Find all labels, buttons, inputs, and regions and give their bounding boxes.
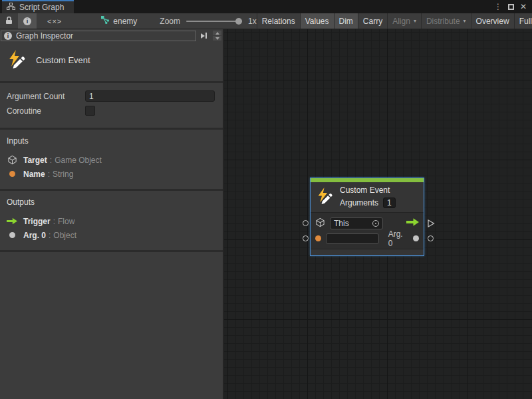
graph-canvas[interactable]: Custom Event Arguments 1 xyxy=(224,29,532,399)
port-row-trigger: Trigger : Flow xyxy=(7,214,216,228)
inputs-title: Inputs xyxy=(7,136,216,146)
main-area: i Graph Inspector xyxy=(0,29,532,399)
tab-title: Script Graph xyxy=(19,3,64,12)
graph-node-icon xyxy=(100,15,110,27)
lock-button[interactable] xyxy=(0,13,18,29)
name-input-port-icon[interactable] xyxy=(315,235,321,241)
maximize-icon[interactable] xyxy=(508,4,514,10)
zoom-value: 1x xyxy=(248,17,257,26)
coroutine-checkbox[interactable] xyxy=(85,106,95,116)
custom-event-icon xyxy=(316,187,334,207)
inspector-title-box: i Graph Inspector xyxy=(1,31,196,41)
align-button[interactable]: Align ▾ xyxy=(387,13,421,29)
triangle-down-icon xyxy=(215,37,219,40)
object-picker-icon[interactable] xyxy=(372,220,379,227)
carry-button[interactable]: Carry xyxy=(358,13,387,29)
zoom-label: Zoom xyxy=(160,17,180,26)
node-arguments-value[interactable]: 1 xyxy=(383,198,396,208)
outputs-section: Outputs Trigger : Flow Arg. 0 : Object xyxy=(0,191,223,252)
title-bar: Script Graph ⋮ ✕ xyxy=(0,0,532,13)
argument-count-row: Argument Count xyxy=(7,90,215,102)
toolbar-buttons: Relations Values Dim Carry Align ▾ Distr… xyxy=(257,13,532,29)
argument-count-label: Argument Count xyxy=(7,92,85,101)
custom-event-icon xyxy=(7,49,27,71)
trigger-output-connect-port[interactable] xyxy=(428,219,435,229)
object-port-icon xyxy=(7,232,17,238)
name-connect-port[interactable] xyxy=(303,235,309,241)
target-dropdown[interactable]: This xyxy=(330,217,383,229)
graph-inspector-panel: i Graph Inspector xyxy=(0,29,224,399)
info-icon: i xyxy=(23,17,31,25)
lock-icon xyxy=(5,16,13,27)
argument-count-input[interactable] xyxy=(85,90,215,102)
values-button[interactable]: Values xyxy=(300,13,334,29)
port-row-name: Name : String xyxy=(7,167,216,181)
script-graph-icon xyxy=(7,3,15,12)
spinner-down-button[interactable] xyxy=(213,36,221,41)
dim-button[interactable]: Dim xyxy=(334,13,358,29)
target-dropdown-value: This xyxy=(334,219,349,228)
name-value-input[interactable] xyxy=(326,233,379,244)
trigger-input-connect-port[interactable] xyxy=(303,220,309,226)
zoom-control: Zoom 1x xyxy=(160,13,256,29)
unit-title: Custom Event xyxy=(36,55,90,65)
graph-breadcrumb[interactable]: enemy xyxy=(100,13,137,29)
overview-button[interactable]: Overview xyxy=(471,13,514,29)
tab-script-graph[interactable]: Script Graph xyxy=(2,0,74,13)
value-port-icon xyxy=(7,171,17,177)
arg0-output-port-icon[interactable] xyxy=(413,235,419,241)
inspector-toggle-button[interactable]: i xyxy=(18,13,37,29)
game-object-port-icon xyxy=(7,155,17,165)
info-icon: i xyxy=(4,32,12,40)
distribute-button[interactable]: Distribute ▾ xyxy=(421,13,471,29)
inspector-header: i Graph Inspector xyxy=(0,29,223,42)
outputs-title: Outputs xyxy=(7,198,216,207)
dock-icon xyxy=(201,33,205,39)
node-title: Custom Event xyxy=(340,186,396,196)
relations-button[interactable]: Relations xyxy=(257,13,300,29)
code-icon: <×> xyxy=(47,17,62,25)
node-arguments-label: Arguments xyxy=(340,198,378,207)
code-view-button[interactable]: <×> xyxy=(37,13,72,29)
dock-panel-button[interactable] xyxy=(198,31,209,41)
chevron-down-icon: ▾ xyxy=(414,18,416,24)
panel-spinner xyxy=(213,31,221,41)
custom-event-node[interactable]: Custom Event Arguments 1 xyxy=(310,178,424,256)
unit-header: Custom Event xyxy=(0,42,223,83)
window-menu-icon[interactable]: ⋮ xyxy=(494,2,502,11)
chevron-down-icon: ▾ xyxy=(464,18,466,24)
coroutine-row: Coroutine xyxy=(7,104,215,117)
graph-toolbar: i <×> enemy Zoom 1x xyxy=(0,13,532,29)
titlebar-spacer xyxy=(74,0,494,13)
zoom-slider[interactable] xyxy=(186,21,242,22)
trigger-output-port-icon[interactable] xyxy=(406,218,419,228)
arg0-output-connect-port[interactable] xyxy=(428,235,434,241)
zoom-slider-knob[interactable] xyxy=(235,18,242,25)
node-body: This Arg. 0 xyxy=(311,212,424,249)
inputs-section: Inputs Target : Game Object Name : xyxy=(0,130,223,191)
full-screen-button[interactable]: Full Screen xyxy=(514,13,532,29)
inspector-title: Graph Inspector xyxy=(16,31,73,41)
inspector-empty-space xyxy=(0,252,223,399)
unit-fields: Argument Count Coroutine xyxy=(0,83,223,130)
breadcrumb-label: enemy xyxy=(113,17,137,26)
window-controls: ⋮ ✕ xyxy=(494,0,532,13)
node-header[interactable]: Custom Event Arguments 1 xyxy=(311,182,424,212)
node-arguments: Arguments 1 xyxy=(340,198,396,208)
spinner-up-button[interactable] xyxy=(213,31,221,35)
arg0-label: Arg. 0 xyxy=(388,229,409,248)
port-row-arg0: Arg. 0 : Object xyxy=(7,228,216,242)
port-row-target: Target : Game Object xyxy=(7,153,216,167)
close-icon[interactable]: ✕ xyxy=(520,2,527,11)
triangle-up-icon xyxy=(215,32,219,35)
coroutine-label: Coroutine xyxy=(7,106,85,116)
unity-visual-scripting-window: Script Graph ⋮ ✕ i <×> xyxy=(0,0,532,399)
game-object-port-icon[interactable] xyxy=(315,217,325,229)
node-row-arg0: Arg. 0 xyxy=(315,231,419,246)
flow-port-icon xyxy=(7,217,17,225)
node-footer xyxy=(311,249,424,255)
